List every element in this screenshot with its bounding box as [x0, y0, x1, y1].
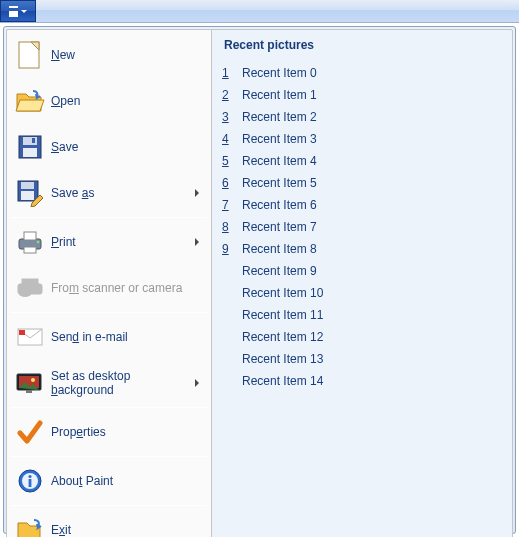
submenu-arrow-icon — [195, 189, 199, 197]
submenu-arrow-icon — [195, 379, 199, 387]
svg-point-12 — [37, 241, 40, 244]
svg-rect-15 — [22, 279, 38, 285]
recent-item[interactable]: 2Recent Item 1 — [222, 84, 502, 106]
recent-item-label: Recent Item 6 — [236, 198, 317, 212]
menu-item-label: Set as desktop background — [47, 369, 195, 397]
recent-item-label: Recent Item 7 — [236, 220, 317, 234]
scanner-icon — [15, 276, 45, 300]
svg-rect-7 — [21, 182, 34, 189]
application-menu-button[interactable] — [0, 0, 36, 22]
printer-icon — [13, 229, 47, 255]
save-as-icon — [13, 179, 47, 207]
menu-body: NewOpenSaveSave asPrintFrom scanner or c… — [6, 29, 513, 537]
recent-item[interactable]: 7Recent Item 6 — [222, 194, 502, 216]
menu-item-exit[interactable]: Exit — [7, 507, 211, 537]
recent-item[interactable]: Recent Item 9 — [222, 260, 502, 282]
menu-separator — [11, 456, 207, 457]
recent-item-label: Recent Item 13 — [236, 352, 323, 366]
menu-item-label: Send in e-mail — [47, 330, 205, 344]
recent-item-accelerator: 3 — [222, 110, 236, 124]
menu-item-saveas[interactable]: Save as — [7, 170, 211, 216]
recent-item-accelerator: 1 — [222, 66, 236, 80]
menu-item-new[interactable]: New — [7, 32, 211, 78]
recent-item-accelerator: 5 — [222, 154, 236, 168]
svg-rect-11 — [24, 247, 36, 253]
menu-item-properties[interactable]: Properties — [7, 409, 211, 455]
svg-rect-10 — [24, 232, 36, 240]
new-file-icon — [17, 40, 43, 70]
menu-item-label: From scanner or camera — [47, 281, 205, 295]
recent-item-accelerator: 9 — [222, 242, 236, 256]
menu-item-email[interactable]: Send in e-mail — [7, 314, 211, 360]
document-glyph-icon — [9, 6, 18, 17]
exit-icon — [16, 517, 44, 537]
menu-item-open[interactable]: Open — [7, 78, 211, 124]
svg-rect-25 — [29, 479, 32, 487]
menu-item-label: Print — [47, 235, 195, 249]
info-icon — [17, 468, 43, 494]
recent-item-label: Recent Item 14 — [236, 374, 323, 388]
recent-item-label: Recent Item 9 — [236, 264, 317, 278]
recent-item-label: Recent Item 4 — [236, 154, 317, 168]
email-icon — [16, 327, 44, 347]
menu-item-label: New — [47, 48, 205, 62]
svg-point-24 — [28, 475, 31, 478]
menu-item-wallpaper[interactable]: Set as desktop background — [7, 360, 211, 406]
svg-rect-8 — [21, 191, 34, 200]
recent-item[interactable]: 8Recent Item 7 — [222, 216, 502, 238]
recent-item-label: Recent Item 5 — [236, 176, 317, 190]
recent-item-accelerator: 6 — [222, 176, 236, 190]
open-folder-icon — [13, 88, 47, 114]
submenu-arrow-icon — [195, 238, 199, 246]
exit-icon — [13, 517, 47, 537]
new-file-icon — [13, 40, 47, 70]
menu-item-label: Save as — [47, 186, 195, 200]
recent-item-label: Recent Item 12 — [236, 330, 323, 344]
recent-item[interactable]: 4Recent Item 3 — [222, 128, 502, 150]
menu-separator — [11, 407, 207, 408]
menu-item-save[interactable]: Save — [7, 124, 211, 170]
menu-separator — [11, 505, 207, 506]
recent-item[interactable]: Recent Item 11 — [222, 304, 502, 326]
recent-item-label: Recent Item 11 — [236, 308, 323, 322]
save-as-icon — [16, 179, 44, 207]
application-menu-panel: NewOpenSaveSave asPrintFrom scanner or c… — [3, 26, 516, 534]
recent-item[interactable]: 9Recent Item 8 — [222, 238, 502, 260]
menu-item-about[interactable]: About Paint — [7, 458, 211, 504]
recent-item[interactable]: 3Recent Item 2 — [222, 106, 502, 128]
recent-item[interactable]: Recent Item 12 — [222, 326, 502, 348]
recent-item[interactable]: Recent Item 13 — [222, 348, 502, 370]
menu-item-label: Save — [47, 140, 205, 154]
recent-item[interactable]: 1Recent Item 0 — [222, 62, 502, 84]
menu-item-scanner: From scanner or camera — [7, 265, 211, 311]
menu-item-label: Open — [47, 94, 205, 108]
recent-item-label: Recent Item 10 — [236, 286, 323, 300]
titlebar — [0, 0, 519, 23]
menu-recent-panel: Recent pictures 1Recent Item 02Recent It… — [211, 29, 513, 537]
svg-rect-17 — [19, 330, 25, 335]
recent-item-label: Recent Item 0 — [236, 66, 317, 80]
recent-item[interactable]: Recent Item 14 — [222, 370, 502, 392]
checkmark-icon — [17, 419, 43, 445]
svg-rect-5 — [32, 138, 35, 143]
recent-item[interactable]: Recent Item 10 — [222, 282, 502, 304]
recent-list: 1Recent Item 02Recent Item 13Recent Item… — [222, 62, 502, 392]
menu-item-print[interactable]: Print — [7, 219, 211, 265]
scanner-icon — [13, 276, 47, 300]
menu-item-label: Properties — [47, 425, 205, 439]
wallpaper-icon — [15, 371, 45, 395]
recent-item[interactable]: 5Recent Item 4 — [222, 150, 502, 172]
menu-separator — [11, 217, 207, 218]
menu-main-commands: NewOpenSaveSave asPrintFrom scanner or c… — [6, 29, 211, 537]
svg-point-20 — [31, 378, 35, 382]
checkmark-icon — [13, 419, 47, 445]
recent-item-label: Recent Item 2 — [236, 110, 317, 124]
chevron-down-icon — [21, 10, 27, 13]
recent-item[interactable]: 6Recent Item 5 — [222, 172, 502, 194]
recent-item-label: Recent Item 3 — [236, 132, 317, 146]
menu-separator — [11, 312, 207, 313]
info-icon — [13, 468, 47, 494]
svg-point-14 — [19, 291, 31, 297]
save-disk-icon — [17, 134, 43, 160]
save-disk-icon — [13, 134, 47, 160]
